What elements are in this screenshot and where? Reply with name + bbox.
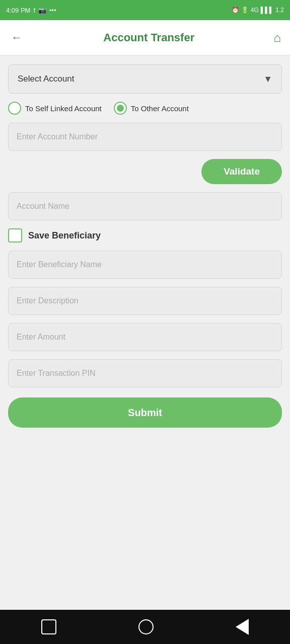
- home-icon[interactable]: ⌂: [274, 31, 281, 45]
- validate-row: Validate: [8, 159, 282, 184]
- fb-icon: f: [33, 7, 35, 14]
- content-area: Select Account ▼ To Self Linked Account …: [0, 55, 290, 610]
- self-linked-radio[interactable]: [8, 102, 21, 115]
- time: 4:09 PM: [6, 7, 30, 14]
- transaction-pin-input[interactable]: [8, 359, 282, 387]
- circle-nav-button[interactable]: [138, 619, 154, 634]
- self-linked-label: To Self Linked Account: [25, 104, 102, 113]
- other-account-option[interactable]: To Other Account: [114, 102, 189, 115]
- wifi-icon: ▌▌▌: [261, 7, 274, 14]
- other-account-label: To Other Account: [131, 104, 189, 113]
- alarm-icon: ⏰: [232, 7, 239, 14]
- self-linked-option[interactable]: To Self Linked Account: [8, 102, 102, 115]
- amount-input[interactable]: [8, 323, 282, 351]
- beneficiary-name-input[interactable]: [8, 251, 282, 279]
- transfer-type-radio-group: To Self Linked Account To Other Account: [8, 102, 282, 115]
- account-number-input[interactable]: [8, 123, 282, 151]
- save-beneficiary-checkbox[interactable]: [8, 228, 22, 243]
- status-right: ⏰ 🔋 4G ▌▌▌ 1.2: [232, 7, 284, 14]
- signal-icon: 4G: [251, 7, 259, 14]
- description-input[interactable]: [8, 287, 282, 315]
- select-account-label: Select Account: [18, 74, 74, 84]
- page-title: Account Transfer: [103, 31, 194, 44]
- select-account-dropdown[interactable]: Select Account ▼: [8, 64, 282, 94]
- other-account-radio[interactable]: [114, 102, 127, 115]
- speed-label: 1.2: [275, 7, 284, 14]
- status-left: 4:09 PM f 📷 •••: [6, 7, 56, 14]
- validate-button[interactable]: Validate: [201, 159, 282, 184]
- back-nav-button[interactable]: [236, 619, 249, 635]
- camera-icon: 📷: [38, 7, 46, 14]
- dots-icon: •••: [49, 7, 56, 14]
- account-name-input[interactable]: [8, 192, 282, 220]
- radio-inner-dot: [117, 105, 124, 112]
- back-button[interactable]: ←: [9, 29, 24, 46]
- header: ← Account Transfer ⌂: [0, 20, 290, 55]
- status-bar: 4:09 PM f 📷 ••• ⏰ 🔋 4G ▌▌▌ 1.2: [0, 0, 290, 20]
- save-beneficiary-label: Save Beneficiary: [28, 230, 101, 241]
- submit-button[interactable]: Submit: [8, 397, 282, 428]
- battery-icon: 🔋: [241, 7, 249, 14]
- save-beneficiary-row: Save Beneficiary: [8, 228, 282, 243]
- bottom-navigation: [0, 610, 290, 644]
- dropdown-arrow-icon: ▼: [263, 74, 272, 85]
- square-nav-button[interactable]: [41, 619, 56, 634]
